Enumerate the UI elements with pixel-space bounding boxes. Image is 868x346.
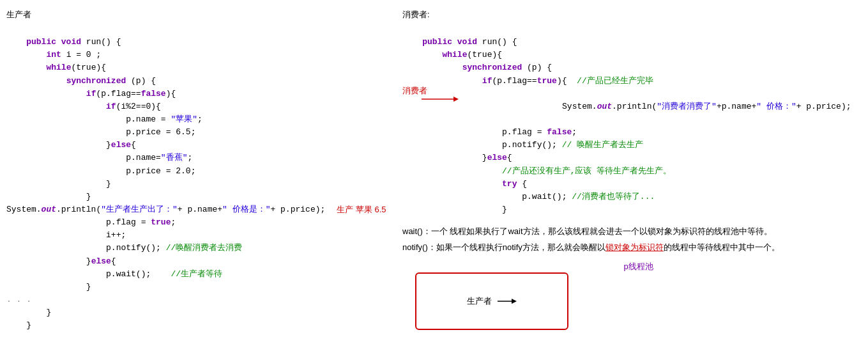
producer-label: 生产者 [467,297,492,306]
svg-marker-3 [512,299,517,304]
right-code-2: p.flag = false; p.notify(); // 唤醒生产者去生产 … [402,126,862,216]
thread-pool-content: 生产者 [467,295,517,307]
left-panel: 生产者 public void run() { int i = 0 ; whil… [0,5,396,341]
notes: wait()：一个 线程如果执行了wait方法，那么该线程就会进去一个以锁对象为… [402,225,862,255]
svg-marker-1 [453,97,459,102]
right-panel: 消费者: public void run() { while(true){ sy… [396,5,868,341]
thread-pool-box: 生产者 [415,272,568,330]
right-title: 消费者: [402,9,862,20]
thread-pool-title: p线程池 [623,261,653,272]
println-code: System.out.println("生产者生产出了："+ p.name+" … [6,203,325,216]
main-container: 生产者 public void run() { int i = 0 ; whil… [0,0,868,346]
left-title: 生产者 [6,9,390,20]
note-line2: notify()：如果一个线程执行notify方法，那么就会唤醒以锁对象为标识符… [402,241,862,255]
produce-annotation: 生产 苹果 6.5 [337,204,386,216]
note-line1: wait()：一个 线程如果执行了wait方法，那么该线程就会进去一个以锁对象为… [402,225,862,239]
consumer-arrow-svg [422,93,479,107]
right-code: public void run() { while(true){ synchro… [402,23,862,88]
left-code-2: p.flag = true; i++; p.notify(); //唤醒消费者去… [6,216,390,332]
println-line: System.out.println("生产者生产出了："+ p.name+" … [6,203,390,216]
left-code: public void run() { int i = 0 ; while(tr… [6,23,390,203]
pool-arrow-svg [498,297,517,306]
thread-pool-area: p线程池 生产者 [415,272,862,330]
consumer-row: 消费者 System.out.println("消费者消费了"+p.name+"… [402,88,862,126]
consumer-println: System.out.println("消费者消费了"+p.name+" 价格：… [460,88,851,126]
